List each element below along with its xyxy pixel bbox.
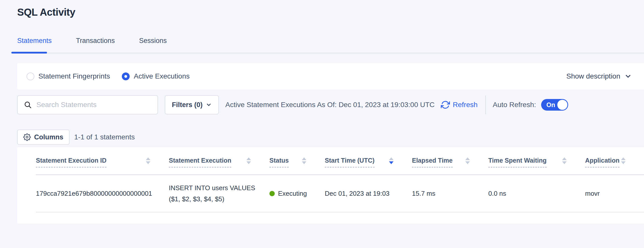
sort-icon[interactable] (621, 157, 626, 164)
gear-icon (23, 133, 31, 141)
table-controls-row: Columns 1-1 of 1 statements (17, 130, 135, 145)
table-row[interactable]: 179cca7921e679b80000000000000001 INSERT … (36, 175, 644, 212)
controls-row: Filters (0) Active Statement Executions … (17, 95, 644, 114)
toggle-state-label: On (546, 101, 555, 109)
statements-table-card: Statement Execution ID Statement Executi… (17, 147, 644, 224)
radio-selected-icon[interactable] (122, 72, 130, 80)
column-header-statement-execution[interactable]: Statement Execution (169, 147, 269, 175)
refresh-label: Refresh (453, 101, 478, 109)
sort-icon[interactable] (146, 157, 150, 164)
radio-label: Statement Fingerprints (38, 72, 110, 80)
filters-button[interactable]: Filters (0) (165, 95, 219, 114)
toggle-knob[interactable] (557, 100, 567, 110)
results-count: 1-1 of 1 statements (74, 133, 135, 141)
refresh-icon (441, 100, 450, 109)
sort-icon[interactable] (246, 157, 251, 164)
radio-statement-fingerprints[interactable]: Statement Fingerprints (27, 72, 110, 80)
chevron-down-icon (206, 102, 212, 108)
sort-icon[interactable] (562, 157, 567, 164)
status-executing-icon (269, 191, 275, 196)
radio-label: Active Executions (134, 72, 190, 80)
sort-icon[interactable] (302, 157, 306, 164)
chevron-down-icon (624, 72, 632, 80)
cell-statement-execution[interactable]: INSERT INTO users VALUES ($1, $2, $3, $4… (169, 175, 269, 212)
tab-track-line (11, 53, 644, 53)
column-header-elapsed-time[interactable]: Elapsed Time (412, 147, 488, 175)
columns-button-label: Columns (34, 133, 63, 141)
column-header-status[interactable]: Status (269, 147, 325, 175)
sort-icon-desc-active[interactable] (389, 157, 394, 164)
tab-bar: Statements Transactions Sessions (17, 37, 167, 45)
search-box[interactable] (17, 95, 158, 114)
cell-elapsed-time: 15.7 ms (412, 175, 488, 212)
search-input[interactable] (36, 101, 152, 109)
radio-unselected-icon[interactable] (27, 72, 34, 80)
show-description-button[interactable]: Show description (566, 63, 632, 89)
tab-transactions[interactable]: Transactions (76, 37, 115, 45)
as-of-timestamp: Active Statement Executions As Of: Dec 0… (225, 101, 435, 109)
tab-sessions[interactable]: Sessions (139, 37, 167, 45)
radio-active-executions[interactable]: Active Executions (122, 72, 190, 80)
refresh-button[interactable]: Refresh (441, 100, 478, 109)
view-mode-card: Statement Fingerprints Active Executions… (17, 63, 644, 89)
search-icon (24, 101, 32, 109)
tab-statements[interactable]: Statements (17, 37, 52, 45)
sort-icon[interactable] (465, 157, 470, 164)
show-description-label: Show description (566, 72, 620, 80)
column-header-statement-execution-id[interactable]: Statement Execution ID (36, 147, 169, 175)
cell-time-spent-waiting: 0.0 ns (488, 175, 585, 212)
columns-button[interactable]: Columns (17, 130, 70, 145)
auto-refresh-label: Auto Refresh: (493, 101, 536, 109)
vertical-divider (485, 95, 486, 114)
cell-execution-id: 179cca7921e679b80000000000000001 (36, 175, 169, 212)
cell-start-time: Dec 01, 2023 at 19:03 (325, 175, 412, 212)
status-label: Executing (278, 190, 307, 197)
cell-application: movr (585, 175, 644, 212)
active-tab-indicator (11, 52, 47, 54)
column-header-start-time[interactable]: Start Time (UTC) (325, 147, 412, 175)
column-header-application[interactable]: Application (585, 147, 644, 175)
page-title: SQL Activity (17, 7, 75, 18)
filters-label: Filters (0) (172, 101, 203, 109)
sql-activity-page: SQL Activity Statements Transactions Ses… (0, 0, 644, 248)
auto-refresh-toggle[interactable]: On (541, 99, 568, 111)
column-header-time-spent-waiting[interactable]: Time Spent Waiting (488, 147, 585, 175)
cell-status: Executing (269, 175, 325, 212)
table-header-row: Statement Execution ID Statement Executi… (36, 147, 644, 175)
